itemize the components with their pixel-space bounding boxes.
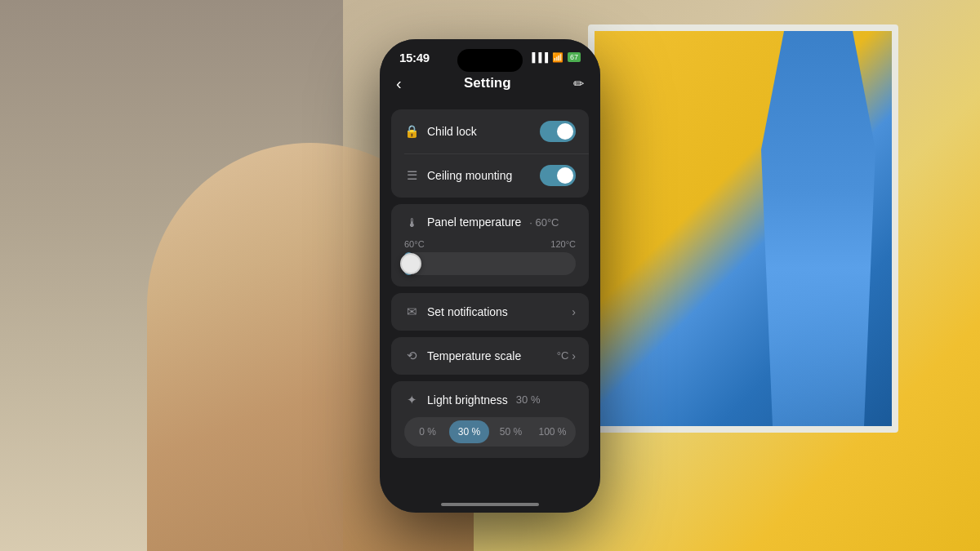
- ceiling-mounting-label: Ceiling mounting: [427, 169, 512, 182]
- settings-content: 🔒 Child lock ☰ Ceiling mounting: [380, 103, 600, 464]
- row-notifications[interactable]: ✉ Set notifications ›: [391, 293, 589, 331]
- page-title: Setting: [464, 75, 511, 91]
- slider-max-label: 120°C: [550, 239, 576, 249]
- phone-screen: 15:49 ▐▐▐ 📶 67 ‹ Setting ✏: [380, 39, 600, 513]
- status-time: 15:49: [399, 51, 430, 64]
- row-ceiling-left: ☰ Ceiling mounting: [404, 168, 512, 183]
- row-child-lock: 🔒 Child lock: [391, 109, 589, 153]
- panel-temp-slider[interactable]: [404, 252, 576, 275]
- slider-thumb[interactable]: [400, 253, 421, 274]
- brightness-option-50[interactable]: 50 %: [491, 420, 531, 443]
- card-light-brightness: ✦ Light brightness 30 % 0 % 30 % 50 % 10…: [391, 381, 589, 458]
- nav-bar: ‹ Setting ✏: [380, 68, 600, 103]
- temp-scale-right: °C ›: [557, 349, 576, 362]
- notifications-chevron: ›: [572, 305, 576, 318]
- row-temp-scale-left: ⟲ Temperature scale: [404, 349, 521, 363]
- brightness-option-100[interactable]: 100 %: [532, 420, 572, 443]
- wifi-icon: 📶: [552, 52, 564, 63]
- dynamic-island: [457, 49, 523, 72]
- temp-scale-label: Temperature scale: [427, 349, 521, 362]
- card-panel-temperature: 🌡 Panel temperature · 60°C 60°C 120°C: [391, 204, 589, 287]
- brightness-label: Light brightness: [427, 393, 508, 407]
- home-indicator: [441, 503, 539, 506]
- panel-temp-value: · 60°C: [529, 216, 559, 229]
- phone-device: 15:49 ▐▐▐ 📶 67 ‹ Setting ✏: [380, 39, 600, 513]
- brightness-selector: 0 % 30 % 50 % 100 %: [404, 417, 576, 447]
- slider-min-label: 60°C: [404, 239, 425, 249]
- row-child-lock-left: 🔒 Child lock: [404, 124, 477, 139]
- brightness-option-30[interactable]: 30 %: [449, 420, 489, 443]
- child-lock-label: Child lock: [427, 125, 477, 138]
- scale-icon: ⟲: [404, 349, 419, 363]
- battery-indicator: 67: [568, 52, 581, 62]
- brightness-current-value: 30 %: [516, 393, 541, 406]
- row-ceiling-mounting: ☰ Ceiling mounting: [391, 153, 589, 198]
- slider-range-labels: 60°C 120°C: [404, 239, 576, 249]
- panel-temp-label: Panel temperature: [427, 216, 521, 229]
- brightness-option-0[interactable]: 0 %: [408, 420, 448, 443]
- card-toggles: 🔒 Child lock ☰ Ceiling mounting: [391, 109, 589, 198]
- brightness-header: ✦ Light brightness 30 %: [404, 393, 576, 407]
- row-temperature-scale[interactable]: ⟲ Temperature scale °C ›: [391, 337, 589, 375]
- temp-scale-chevron: ›: [572, 349, 576, 362]
- signal-icon: ▐▐▐: [529, 52, 548, 62]
- background-painting: [588, 24, 898, 433]
- toggle-thumb-ceiling: [557, 167, 573, 184]
- painting-artwork: [595, 31, 892, 426]
- panel-temperature-section: 🌡 Panel temperature · 60°C 60°C 120°C: [391, 204, 589, 287]
- card-temperature-scale: ⟲ Temperature scale °C ›: [391, 337, 589, 375]
- edit-button[interactable]: ✏: [573, 76, 584, 91]
- thermometer-icon: 🌡: [404, 216, 419, 229]
- painting-figure: [761, 31, 875, 426]
- sun-icon: ✦: [404, 393, 419, 407]
- phone-wrapper: 15:49 ▐▐▐ 📶 67 ‹ Setting ✏: [380, 39, 600, 513]
- slider-header: 🌡 Panel temperature · 60°C: [404, 216, 576, 229]
- status-icons: ▐▐▐ 📶 67: [529, 52, 581, 63]
- back-button[interactable]: ‹: [396, 74, 402, 93]
- ceiling-mounting-toggle[interactable]: [540, 165, 576, 186]
- notifications-label: Set notifications: [427, 305, 508, 318]
- ceiling-icon: ☰: [404, 168, 419, 183]
- card-notifications: ✉ Set notifications ›: [391, 293, 589, 331]
- temp-scale-value: °C: [557, 349, 569, 362]
- bell-icon: ✉: [404, 304, 419, 319]
- row-notifications-left: ✉ Set notifications: [404, 304, 508, 319]
- toggle-thumb-child-lock: [557, 123, 573, 140]
- lock-icon: 🔒: [404, 124, 419, 139]
- child-lock-toggle[interactable]: [540, 121, 576, 142]
